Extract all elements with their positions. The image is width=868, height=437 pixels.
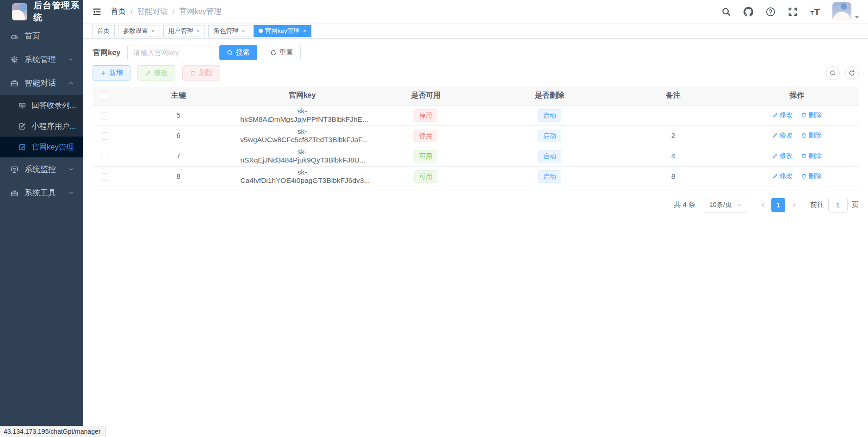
page-size-select[interactable]: 10条/页 [704,198,747,212]
row-delete-label: 删除 [808,151,822,160]
tags-view: 首页 参数设置 × 用户管理 × 角色管理 × 官网key管理 × [83,23,868,39]
select-all-checkbox[interactable] [101,93,108,100]
reset-button[interactable]: 重置 [263,45,301,60]
sidebar-item-miniapp-users[interactable]: 小程序用户... [0,116,83,137]
page-number-button[interactable]: 1 [771,198,785,212]
fullscreen-icon[interactable] [788,7,798,17]
chevron-down-icon [68,166,74,172]
edit-doc-icon [19,123,26,130]
cell-remark: 8 [611,166,735,187]
table-row[interactable]: 5 sk-hkSM8AiDmMgsJpjvPPfNT3BlbkFJhE... 停… [93,105,859,125]
row-checkbox[interactable] [101,132,108,140]
column-header-key: 官网key [240,87,364,105]
sidebar-item-label: 系统管理 [25,54,56,65]
status-badge: 可用 [414,150,437,162]
row-edit-link[interactable]: 修改 [772,172,793,181]
status-badge: 启动 [538,170,561,183]
add-button[interactable]: 新增 [93,65,130,81]
edit-button[interactable]: 修改 [137,65,175,81]
delete-button[interactable]: 删除 [182,65,220,81]
breadcrumb-home[interactable]: 首页 [111,6,126,17]
search-icon[interactable] [721,7,731,17]
row-delete-link[interactable]: 删除 [801,151,822,160]
avatar[interactable] [832,2,851,21]
chevron-up-icon [68,80,74,86]
tab-home[interactable]: 首页 [92,25,115,37]
sidebar-item-system-monitor[interactable]: 系统监控 [0,157,83,181]
toggle-search-button[interactable] [826,66,840,80]
refresh-button[interactable] [845,66,859,80]
goto-page-input[interactable] [828,198,848,212]
sidebar-item-smart-chat[interactable]: 智能对话 [0,71,83,95]
user-menu[interactable] [832,2,859,21]
cell-key: sk-v5wgAUCw8CFc5cf8ZTedT3BlbkFJaF... [240,125,364,146]
close-icon[interactable]: × [242,27,245,34]
row-delete-link[interactable]: 删除 [801,172,822,181]
sidebar-item-home[interactable]: 首页 [0,24,83,48]
sidebar-item-system-tools[interactable]: 系统工具 [0,181,83,205]
tab-param-settings[interactable]: 参数设置 × [118,25,160,37]
cell-key: sk-nSXqEjJNd3484Pjuk9QyT3BlbkFJ8U... [240,146,364,166]
sidebar-item-site-key-management[interactable]: 官网key管理 [0,137,83,157]
row-edit-link[interactable]: 修改 [772,111,793,119]
next-page-button[interactable] [787,198,801,212]
plus-icon [100,70,106,76]
cell-remark [611,105,735,125]
status-badge: 启动 [538,150,561,162]
tab-site-key-management[interactable]: 官网key管理 × [254,25,312,37]
dashboard-icon [10,32,19,40]
app-title: 后台管理系统 [33,0,83,24]
font-size-icon[interactable]: TT [810,7,820,17]
github-icon[interactable] [744,7,753,17]
breadcrumb-separator: / [130,7,133,16]
sidebar-fold-icon[interactable] [92,7,102,17]
search-form: 官网key 搜索 重置 [93,45,859,60]
row-delete-link[interactable]: 删除 [801,131,822,140]
app-logo[interactable]: 后台管理系统 [0,0,83,23]
page-unit-label: 页 [852,200,859,209]
sidebar-item-label: 首页 [25,31,40,41]
active-dot-icon [259,29,263,33]
sidebar-item-answer-list[interactable]: 回答收录列... [0,95,83,116]
row-checkbox[interactable] [101,173,108,181]
add-button-label: 新增 [109,69,123,77]
tab-role-management[interactable]: 角色管理 × [208,25,250,37]
key-table: 主键 官网key 是否可用 是否删除 备注 操作 5 sk-hkSM8AiDmM… [93,87,859,187]
row-edit-label: 修改 [780,111,793,119]
row-edit-link[interactable]: 修改 [772,131,793,140]
row-edit-label: 修改 [780,172,793,181]
search-button[interactable]: 搜索 [219,45,257,60]
chevron-left-icon [759,201,766,208]
sidebar-item-label: 回答收录列... [31,100,76,111]
table-row[interactable]: 8 sk-Ca4IvfDi1hYOE4i0pagGT3BlbkFJ6dv3...… [93,166,859,187]
table-row[interactable]: 7 sk-nSXqEjJNd3484Pjuk9QyT3BlbkFJ8U... 可… [93,146,859,166]
close-icon[interactable]: × [151,27,155,34]
sidebar-item-system-management[interactable]: 系统管理 [0,48,83,71]
cell-id: 5 [117,105,240,125]
row-checkbox[interactable] [101,153,108,160]
edit-button-label: 修改 [154,69,168,77]
navbar-actions: TT [721,2,859,21]
status-badge: 启动 [538,130,561,142]
chevron-down-icon [68,56,74,62]
refresh-icon [270,50,277,56]
cell-remark: 4 [611,146,735,166]
column-header-id: 主键 [117,87,240,105]
help-icon[interactable] [766,7,775,17]
sidebar: 后台管理系统 首页 系统管理 智能对话 [0,0,83,437]
edit-icon [772,132,778,138]
close-icon[interactable]: × [303,27,307,34]
close-icon[interactable]: × [197,27,200,34]
tab-label: 首页 [97,27,110,35]
tab-user-management[interactable]: 用户管理 × [163,25,205,37]
table-toolbar: 新增 修改 删除 [93,65,859,81]
search-input[interactable] [127,45,212,60]
row-edit-link[interactable]: 修改 [772,151,793,160]
row-checkbox[interactable] [101,112,108,119]
row-delete-link[interactable]: 删除 [801,111,822,119]
prev-page-button[interactable] [756,198,769,212]
cell-key: sk-Ca4IvfDi1hYOE4i0pagGT3BlbkFJ6dv3... [240,166,364,187]
breadcrumb: 首页 / 智能对话 / 官网key管理 [111,6,222,17]
sidebar-item-label: 小程序用户... [31,121,76,131]
table-row[interactable]: 6 sk-v5wgAUCw8CFc5cf8ZTedT3BlbkFJaF... 停… [93,125,859,146]
